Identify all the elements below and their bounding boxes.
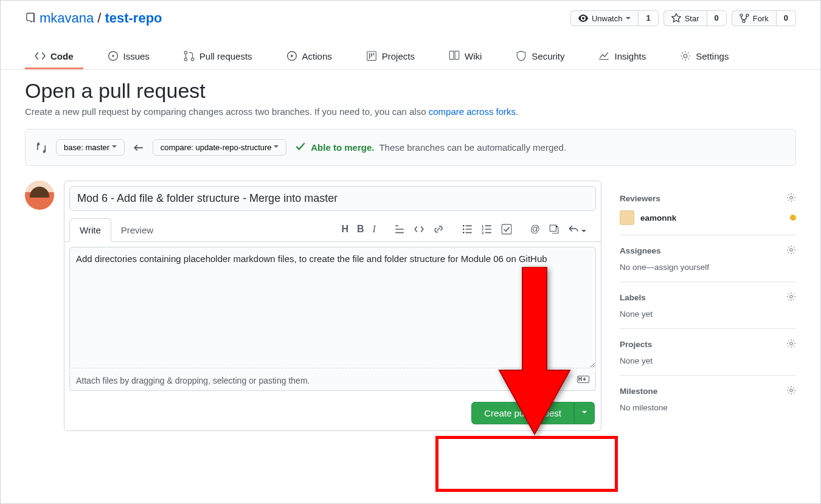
tab-security[interactable]: Security xyxy=(506,44,574,69)
svg-point-19 xyxy=(790,295,793,299)
markdown-icon xyxy=(577,375,589,385)
milestone-block: Milestone No milestone xyxy=(620,376,796,422)
pr-title-input[interactable] xyxy=(69,186,596,211)
caret-down-icon xyxy=(581,230,586,235)
pr-body-textarea[interactable] xyxy=(69,247,596,368)
create-pr-button[interactable]: Create pull request xyxy=(471,402,574,424)
fork-count[interactable]: 0 xyxy=(776,10,796,26)
svg-point-4 xyxy=(191,58,194,61)
svg-point-8 xyxy=(463,225,464,226)
app-frame: mkavana / test-repo Unwatch 1 Star 0 xyxy=(0,0,821,504)
watch-count[interactable]: 1 xyxy=(638,10,658,26)
svg-rect-15 xyxy=(550,225,556,231)
caret-down-icon xyxy=(274,145,279,150)
project-icon xyxy=(366,50,377,61)
tab-actions[interactable]: Actions xyxy=(277,44,342,69)
unwatch-button[interactable]: Unwatch xyxy=(570,10,639,26)
milestone-head[interactable]: Milestone xyxy=(620,385,796,397)
editor-tab-write[interactable]: Write xyxy=(69,218,111,242)
watch-group: Unwatch 1 xyxy=(570,10,659,26)
svg-point-17 xyxy=(790,196,793,199)
page-title: Open a pull request xyxy=(25,79,796,103)
reviewers-block: Reviewers eamonnk xyxy=(620,183,796,235)
bold-icon[interactable]: B xyxy=(357,224,364,236)
repo-header: mkavana / test-repo Unwatch 1 Star 0 xyxy=(1,1,820,26)
annotation-highlight xyxy=(435,436,618,492)
compare-icon xyxy=(35,142,47,154)
gear-icon[interactable] xyxy=(786,245,796,257)
svg-text:3: 3 xyxy=(482,230,483,234)
projects-head[interactable]: Projects xyxy=(620,339,796,350)
tab-projects[interactable]: Projects xyxy=(356,44,424,69)
labels-head[interactable]: Labels xyxy=(620,292,796,303)
gear-icon[interactable] xyxy=(786,385,796,397)
base-branch-button[interactable]: base: master xyxy=(56,139,125,156)
caret-down-icon xyxy=(582,411,587,416)
link-icon[interactable] xyxy=(433,224,444,236)
gear-icon xyxy=(680,50,691,61)
caret-down-icon xyxy=(112,145,117,150)
italic-icon[interactable]: I xyxy=(373,224,376,236)
check-icon xyxy=(295,141,306,154)
main: Write Preview H B I xyxy=(25,181,796,431)
reviewer-item[interactable]: eamonnk xyxy=(620,210,796,225)
path-separator: / xyxy=(97,10,101,26)
tab-code[interactable]: Code xyxy=(25,44,83,69)
repo-icon xyxy=(25,13,36,24)
repo-name-link[interactable]: test-repo xyxy=(105,10,162,26)
reply-icon[interactable] xyxy=(568,224,586,236)
reviewer-name: eamonnk xyxy=(640,213,676,223)
compare-forks-link[interactable]: compare across forks xyxy=(429,106,516,117)
reference-icon[interactable] xyxy=(549,224,559,236)
play-icon xyxy=(286,50,297,61)
left-column: Write Preview H B I xyxy=(25,181,601,431)
shield-icon xyxy=(516,50,527,61)
tab-wiki[interactable]: Wiki xyxy=(439,44,491,69)
quote-icon[interactable] xyxy=(394,224,405,236)
issue-icon xyxy=(108,50,119,61)
pending-dot-icon xyxy=(790,215,796,221)
tab-insights[interactable]: Insights xyxy=(589,44,656,69)
tab-pulls[interactable]: Pull requests xyxy=(174,44,262,69)
arrow-left-icon xyxy=(133,142,144,153)
assignees-empty[interactable]: No one—assign yourself xyxy=(620,263,796,272)
repo-actions: Unwatch 1 Star 0 Fork 0 xyxy=(570,10,796,26)
submit-group: Create pull request xyxy=(471,402,595,424)
star-count[interactable]: 0 xyxy=(707,10,727,26)
tab-settings[interactable]: Settings xyxy=(670,44,738,69)
star-button[interactable]: Star xyxy=(663,10,707,26)
attach-hint[interactable]: Attach files by dragging & dropping, sel… xyxy=(69,370,596,391)
compare-box: base: master compare: update-repo-struct… xyxy=(25,129,796,166)
projects-block: Projects None yet xyxy=(620,329,796,376)
create-pr-dropdown[interactable] xyxy=(574,402,595,424)
tab-issues[interactable]: Issues xyxy=(98,44,159,69)
comment-box: Write Preview H B I xyxy=(64,181,601,431)
list-ul-icon[interactable] xyxy=(462,224,473,236)
mention-icon[interactable]: @ xyxy=(530,224,540,236)
repo-owner-link[interactable]: mkavana xyxy=(40,10,94,26)
svg-point-7 xyxy=(684,54,687,58)
content: Open a pull request Create a new pull re… xyxy=(1,79,820,431)
star-icon xyxy=(671,13,681,23)
compare-branch-button[interactable]: compare: update-repo-structure xyxy=(153,139,286,156)
gear-icon[interactable] xyxy=(786,292,796,303)
fork-button[interactable]: Fork xyxy=(732,10,776,26)
tasklist-icon[interactable] xyxy=(501,224,512,236)
graph-icon xyxy=(598,50,609,61)
assignees-head[interactable]: Assignees xyxy=(620,245,796,257)
editor-tab-preview[interactable]: Preview xyxy=(111,219,163,241)
unwatch-label: Unwatch xyxy=(592,14,623,23)
svg-point-18 xyxy=(790,249,793,252)
code-icon[interactable] xyxy=(414,224,424,236)
markdown-toolbar: H B I xyxy=(336,224,596,236)
labels-empty: None yet xyxy=(620,309,796,319)
heading-icon[interactable]: H xyxy=(341,224,348,236)
book-icon xyxy=(449,50,460,61)
gear-icon[interactable] xyxy=(786,339,796,350)
svg-point-2 xyxy=(184,51,187,54)
gear-icon[interactable] xyxy=(786,193,796,204)
reviewers-head[interactable]: Reviewers xyxy=(620,193,796,204)
repo-path: mkavana / test-repo xyxy=(25,10,162,26)
repo-tabs: Code Issues Pull requests Actions Projec… xyxy=(1,44,820,70)
list-ol-icon[interactable]: 123 xyxy=(482,224,493,236)
